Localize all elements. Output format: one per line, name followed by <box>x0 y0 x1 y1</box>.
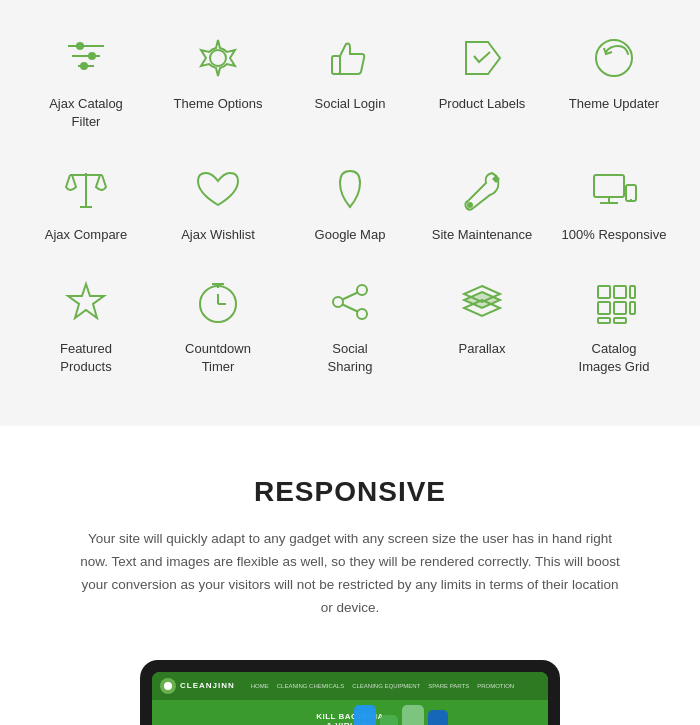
svg-line-29 <box>343 305 358 312</box>
feature-label: Theme Updater <box>569 95 659 113</box>
svg-rect-14 <box>594 175 624 197</box>
feature-ajax-compare: Ajax Compare <box>20 151 152 254</box>
feature-label: Theme Options <box>174 95 263 113</box>
tag-check-icon <box>455 30 510 85</box>
tablet-logo-icon <box>160 678 176 694</box>
tablet-nav-spare: SPARE PARTS <box>428 683 469 689</box>
tablet-nav-equipment: CLEANING EQUIPMENT <box>352 683 420 689</box>
svg-point-8 <box>596 40 632 76</box>
filter-icon <box>59 30 114 85</box>
feature-label: Ajax Compare <box>45 226 127 244</box>
svg-point-12 <box>345 178 355 188</box>
feature-countdown-timer: Countdown Timer <box>152 265 284 386</box>
svg-rect-33 <box>598 286 610 298</box>
feature-label: Google Map <box>315 226 386 244</box>
feature-label: Parallax <box>459 340 506 358</box>
feature-label: Catalog Images Grid <box>579 340 650 376</box>
feature-site-maintenance: Site Maintenance <box>416 151 548 254</box>
svg-point-41 <box>164 682 172 690</box>
tablet-logo-text: CLEANJINN <box>180 681 235 690</box>
responsive-section: RESPONSIVE Your site will quickly adapt … <box>0 426 700 725</box>
svg-rect-17 <box>626 185 636 201</box>
feature-parallax: Parallax <box>416 265 548 386</box>
wrench-icon <box>455 161 510 216</box>
svg-rect-38 <box>614 318 626 323</box>
gear-icon <box>191 30 246 85</box>
svg-rect-39 <box>630 286 635 298</box>
feature-label: Ajax Wishlist <box>181 226 255 244</box>
tablet-nav-home: HOME <box>251 683 269 689</box>
tablet-header: CLEANJINN HOME CLEANING CHEMICALS CLEANI… <box>152 672 548 700</box>
refresh-circle-icon <box>587 30 642 85</box>
svg-point-26 <box>333 297 343 307</box>
feature-catalog-images-grid: Catalog Images Grid <box>548 265 680 386</box>
feature-label: Countdown Timer <box>185 340 251 376</box>
map-pin-icon <box>323 161 378 216</box>
feature-label: Social Sharing <box>328 340 373 376</box>
svg-rect-34 <box>614 286 626 298</box>
feature-google-map: Google Map <box>284 151 416 254</box>
feature-featured-products: Featured Products <box>20 265 152 386</box>
device-mockup: CLEANJINN KILL BACTERIA& VIRUSES WITH De… <box>60 650 640 725</box>
feature-product-labels: Product Labels <box>416 20 548 141</box>
grid-icon <box>587 275 642 330</box>
svg-point-27 <box>357 309 367 319</box>
svg-point-6 <box>210 50 226 66</box>
feature-ajax-wishlist: Ajax Wishlist <box>152 151 284 254</box>
tablet-nav-promotion: PROMOTION <box>477 683 514 689</box>
feature-label: Social Login <box>315 95 386 113</box>
features-section: Ajax Catalog Filter Theme Options Social… <box>0 0 700 426</box>
tablet-headline: KILL BACTERIA& VIRUSES <box>164 712 536 725</box>
tablet-nav-chemicals: CLEANING CHEMICALS <box>277 683 344 689</box>
feature-theme-updater: Theme Updater <box>548 20 680 141</box>
tablet-screen: CLEANJINN HOME CLEANING CHEMICALS CLEANI… <box>152 672 548 725</box>
svg-rect-36 <box>614 302 626 314</box>
feature-label: Ajax Catalog Filter <box>49 95 123 131</box>
tablet-body: KILL BACTERIA& VIRUSES WITH Dettol <box>152 700 548 725</box>
responsive-description: Your site will quickly adapt to any gadg… <box>80 528 620 620</box>
svg-point-3 <box>76 42 84 50</box>
balance-icon <box>59 161 114 216</box>
svg-point-13 <box>467 202 473 208</box>
svg-rect-7 <box>332 56 340 74</box>
features-grid: Ajax Catalog Filter Theme Options Social… <box>20 10 680 396</box>
feature-ajax-catalog-filter: Ajax Catalog Filter <box>20 20 152 141</box>
svg-point-4 <box>88 52 96 60</box>
tablet-nav: HOME CLEANING CHEMICALS CLEANING EQUIPME… <box>251 683 514 689</box>
feature-responsive: 100% Responsive <box>548 151 680 254</box>
responsive-title: RESPONSIVE <box>60 476 640 508</box>
tablet-logo: CLEANJINN <box>160 678 235 694</box>
feature-social-login: Social Login <box>284 20 416 141</box>
heart-icon <box>191 161 246 216</box>
feature-label: Product Labels <box>439 95 526 113</box>
layers-icon <box>455 275 510 330</box>
feature-social-sharing: Social Sharing <box>284 265 416 386</box>
feature-theme-options: Theme Options <box>152 20 284 141</box>
svg-line-28 <box>343 293 358 300</box>
feature-label: Site Maintenance <box>432 226 532 244</box>
share-icon <box>323 275 378 330</box>
svg-rect-35 <box>598 302 610 314</box>
thumb-up-icon <box>323 30 378 85</box>
svg-rect-37 <box>598 318 610 323</box>
feature-label: Featured Products <box>60 340 112 376</box>
clock-icon <box>191 275 246 330</box>
svg-rect-40 <box>630 302 635 314</box>
star-icon <box>59 275 114 330</box>
feature-label: 100% Responsive <box>562 226 667 244</box>
svg-point-25 <box>357 285 367 295</box>
svg-marker-19 <box>68 284 104 318</box>
responsive-icon <box>587 161 642 216</box>
tablet-mockup: CLEANJINN HOME CLEANING CHEMICALS CLEANI… <box>140 660 560 725</box>
product-bottles <box>354 705 448 725</box>
svg-point-5 <box>80 62 88 70</box>
